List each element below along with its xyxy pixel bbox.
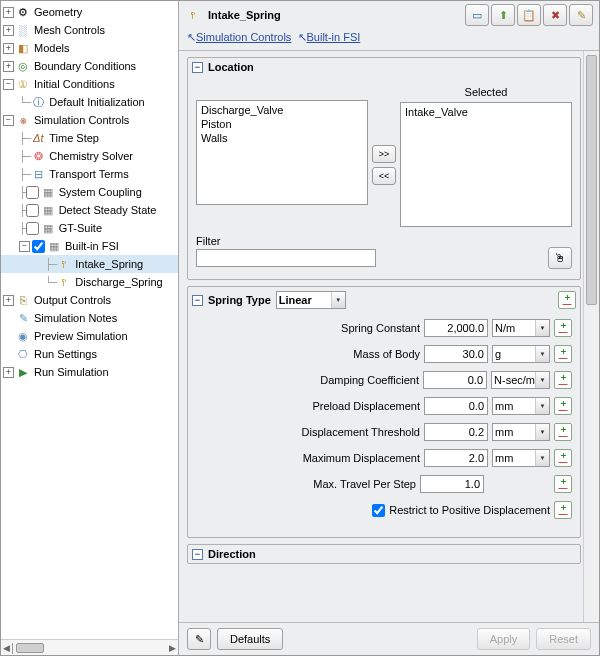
breadcrumb-built-in-fsi[interactable]: Built-in FSI: [307, 31, 361, 43]
collapse-icon[interactable]: −: [192, 549, 203, 560]
mass-input[interactable]: [424, 345, 488, 363]
maxdisp-input[interactable]: [424, 449, 488, 467]
chevron-down-icon: ▼: [535, 424, 549, 440]
tree-item-boundary[interactable]: + ◎ Boundary Conditions: [1, 57, 178, 75]
tree-item-transport[interactable]: ├─ ⊟ Transport Terms: [1, 165, 178, 183]
breadcrumb-sim-controls[interactable]: Simulation Controls: [196, 31, 291, 43]
detect-steady-checkbox[interactable]: [26, 204, 39, 217]
expand-icon[interactable]: +: [3, 43, 14, 54]
spring-icon: ⫯: [56, 256, 72, 272]
list-item[interactable]: Piston: [199, 117, 365, 131]
add-remove-button[interactable]: ＋—: [554, 371, 572, 389]
toolbar-btn-1[interactable]: ▭: [465, 4, 489, 26]
add-remove-button[interactable]: ＋—: [554, 319, 572, 337]
tree-item-system-coupling[interactable]: ├ ▦ System Coupling: [1, 183, 178, 201]
tree-item-output[interactable]: + ⎘ Output Controls: [1, 291, 178, 309]
chevron-down-icon: ▼: [535, 450, 549, 466]
spring-constant-unit[interactable]: N/m▼: [492, 319, 550, 337]
system-coupling-checkbox[interactable]: [26, 186, 39, 199]
tree-item-run-sim[interactable]: + ▶ Run Simulation: [1, 363, 178, 381]
footer-edit-button[interactable]: ✎: [187, 628, 211, 650]
section-direction: − Direction: [187, 544, 581, 564]
list-item[interactable]: Intake_Valve: [403, 105, 569, 119]
add-remove-button[interactable]: ＋—: [554, 475, 572, 493]
threshold-unit[interactable]: mm▼: [492, 423, 550, 441]
tree-item-gt-suite[interactable]: ├ ▦ GT-Suite: [1, 219, 178, 237]
available-listbox[interactable]: Discharge_Valve Piston Walls: [196, 100, 368, 205]
section-location: − Location Discharge_Valve Piston Walls …: [187, 57, 581, 280]
expand-icon[interactable]: +: [3, 7, 14, 18]
tree-item-notes[interactable]: ✎ Simulation Notes: [1, 309, 178, 327]
maxtravel-input[interactable]: [420, 475, 484, 493]
reset-button[interactable]: Reset: [536, 628, 591, 650]
move-left-button[interactable]: <<: [372, 167, 396, 185]
controls-icon: ⎈: [15, 112, 31, 128]
selected-listbox[interactable]: Intake_Valve: [400, 102, 572, 227]
defaults-button[interactable]: Defaults: [217, 628, 283, 650]
edit-icon: ✎: [577, 9, 586, 22]
collapse-icon[interactable]: −: [3, 79, 14, 90]
tree-item-preview[interactable]: ◉ Preview Simulation: [1, 327, 178, 345]
vertical-scrollbar[interactable]: [583, 51, 599, 622]
add-remove-button[interactable]: ＋—: [554, 345, 572, 363]
preload-unit[interactable]: mm▼: [492, 397, 550, 415]
tree-item-detect-steady[interactable]: ├ ▦ Detect Steady State: [1, 201, 178, 219]
tree-item-time-step[interactable]: ├─ Δt Time Step: [1, 129, 178, 147]
expand-icon[interactable]: +: [3, 367, 14, 378]
add-remove-button[interactable]: ＋—: [554, 397, 572, 415]
add-remove-button[interactable]: ＋—: [554, 449, 572, 467]
collapse-icon[interactable]: −: [192, 62, 203, 73]
threshold-input[interactable]: [424, 423, 488, 441]
pick-button[interactable]: 🖱: [548, 247, 572, 269]
mesh-icon: ░: [15, 22, 31, 38]
collapse-icon[interactable]: −: [3, 115, 14, 126]
damping-unit[interactable]: N-sec/m▼: [491, 371, 550, 389]
mass-unit[interactable]: g▼: [492, 345, 550, 363]
breadcrumb: ↖Simulation Controls ↖Built-in FSI: [179, 29, 599, 50]
toolbar-btn-4[interactable]: ✖: [543, 4, 567, 26]
collapse-icon[interactable]: −: [19, 241, 30, 252]
move-right-button[interactable]: >>: [372, 145, 396, 163]
tree-item-mesh-controls[interactable]: + ░ Mesh Controls: [1, 21, 178, 39]
time-icon: Δt: [30, 130, 46, 146]
tree-item-geometry[interactable]: + ⚙ Geometry: [1, 3, 178, 21]
preload-input[interactable]: [424, 397, 488, 415]
filter-input[interactable]: [196, 249, 376, 267]
restrict-checkbox-row[interactable]: Restrict to Positive Displacement: [372, 504, 550, 517]
toolbar-btn-2[interactable]: ⬆: [491, 4, 515, 26]
tree-item-intake-spring[interactable]: ├─ ⫯ Intake_Spring: [1, 255, 178, 273]
tree-item-models[interactable]: + ◧ Models: [1, 39, 178, 57]
toolbar-btn-3[interactable]: 📋: [517, 4, 541, 26]
gt-suite-checkbox[interactable]: [26, 222, 39, 235]
tree-item-default-init[interactable]: └─ ⓘ Default Initialization: [1, 93, 178, 111]
footer-bar: ✎ Defaults Apply Reset: [179, 622, 599, 655]
spring-type-select[interactable]: Linear ▼: [276, 291, 346, 309]
tree-horizontal-scrollbar[interactable]: ◀│ ▶: [1, 639, 178, 655]
tree-item-built-in-fsi[interactable]: − ▦ Built-in FSI: [1, 237, 178, 255]
add-remove-button[interactable]: ＋—: [554, 501, 572, 519]
tree-item-run-settings[interactable]: ⎔ Run Settings: [1, 345, 178, 363]
list-item[interactable]: Discharge_Valve: [199, 103, 365, 117]
expand-icon[interactable]: +: [3, 61, 14, 72]
restrict-checkbox[interactable]: [372, 504, 385, 517]
section-spring-type: − Spring Type Linear ▼ ＋— Spring Constan…: [187, 286, 581, 538]
chevron-down-icon: ▼: [535, 372, 549, 388]
models-icon: ◧: [15, 40, 31, 56]
tree-item-initial[interactable]: − ① Initial Conditions: [1, 75, 178, 93]
fsi-checkbox[interactable]: [32, 240, 45, 253]
collapse-icon[interactable]: −: [192, 295, 203, 306]
list-item[interactable]: Walls: [199, 131, 365, 145]
maxdisp-unit[interactable]: mm▼: [492, 449, 550, 467]
apply-button[interactable]: Apply: [477, 628, 531, 650]
tree-item-chem-solver[interactable]: ├─ ❂ Chemistry Solver: [1, 147, 178, 165]
damping-input[interactable]: [423, 371, 487, 389]
expand-icon[interactable]: +: [3, 25, 14, 36]
spring-constant-input[interactable]: [424, 319, 488, 337]
add-remove-button[interactable]: ＋—: [558, 291, 576, 309]
tree-item-sim-controls[interactable]: − ⎈ Simulation Controls: [1, 111, 178, 129]
expand-icon[interactable]: +: [3, 295, 14, 306]
toolbar-btn-5[interactable]: ✎: [569, 4, 593, 26]
tree-item-discharge-spring[interactable]: └─ ⫯ Discharge_Spring: [1, 273, 178, 291]
notes-icon: ✎: [15, 310, 31, 326]
add-remove-button[interactable]: ＋—: [554, 423, 572, 441]
